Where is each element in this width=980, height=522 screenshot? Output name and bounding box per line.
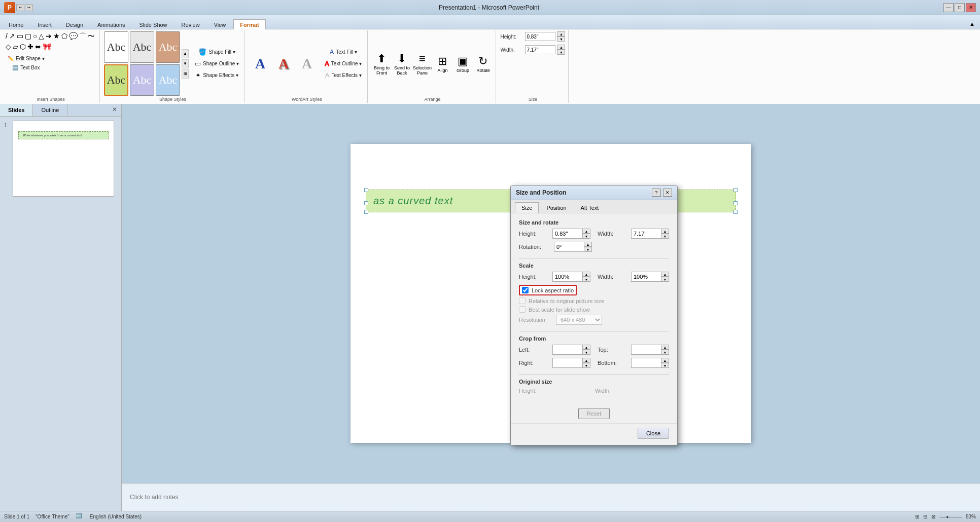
scale-width-spin-up[interactable]: ▲ <box>661 272 669 277</box>
spell-check-icon[interactable]: 🔤 <box>76 513 84 521</box>
dialog-height-input[interactable] <box>552 229 583 239</box>
dialog-help-btn[interactable]: ? <box>652 189 661 197</box>
shape-icon-callout[interactable]: 💬 <box>68 31 78 42</box>
sidebar-outline-tab[interactable]: Outline <box>33 104 67 116</box>
edit-shape-btn[interactable]: ✏️ Edit Shape ▾ <box>5 54 47 63</box>
text-outline-btn[interactable]: A Text Outline ▾ <box>322 58 364 69</box>
wordart-style-3[interactable]: A <box>296 49 318 79</box>
close-btn[interactable]: ✕ <box>966 3 976 12</box>
text-effects-btn[interactable]: A Text Effects ▾ <box>322 70 364 81</box>
view-slide-sorter-icon[interactable]: ⊟ <box>923 514 927 519</box>
crop-right-spin-down[interactable]: ▼ <box>582 363 590 368</box>
sidebar-close-btn[interactable]: ✕ <box>108 104 121 116</box>
send-to-back-btn[interactable]: ⬇ Send toBack <box>392 51 411 77</box>
shape-icon-ribbon[interactable]: 🎀 <box>42 42 52 51</box>
reset-btn[interactable]: Reset <box>578 408 610 419</box>
crop-right-input[interactable] <box>552 358 583 368</box>
tab-view[interactable]: View <box>207 19 233 29</box>
crop-top-input[interactable] <box>631 345 661 355</box>
tab-review[interactable]: Review <box>175 19 206 29</box>
shape-icon-doublearrow[interactable]: ⬌ <box>34 42 42 51</box>
crop-bottom-spin-up[interactable]: ▲ <box>661 358 669 363</box>
crop-left-input[interactable] <box>552 345 583 355</box>
width-spin-up[interactable]: ▲ <box>557 45 565 50</box>
shape-style-4[interactable]: Abc <box>104 64 128 96</box>
text-fill-btn[interactable]: A Text Fill ▾ <box>322 47 364 57</box>
shape-style-3[interactable]: Abc <box>156 31 180 63</box>
crop-top-spin-down[interactable]: ▼ <box>661 350 669 355</box>
dialog-width-spin-down[interactable]: ▼ <box>661 234 669 239</box>
shape-icon-star[interactable]: ★ <box>53 31 60 42</box>
shape-icon-parallelogram[interactable]: ▱ <box>12 42 19 51</box>
scale-height-input[interactable] <box>552 272 583 282</box>
tab-home[interactable]: Home <box>2 19 30 29</box>
shape-styles-scroll-down[interactable]: ▼ <box>182 59 189 68</box>
shape-fill-btn[interactable]: 🪣 Shape Fill ▾ <box>192 47 241 57</box>
shape-icon-hexagon[interactable]: ⬡ <box>19 42 26 51</box>
shape-icon-rounded-rect[interactable]: ▢ <box>24 31 32 42</box>
shape-style-1[interactable]: Abc <box>104 31 128 63</box>
dialog-rotation-spin-up[interactable]: ▲ <box>584 242 592 247</box>
dialog-rotation-spin-down[interactable]: ▼ <box>584 247 592 252</box>
height-spin-up[interactable]: ▲ <box>557 31 565 36</box>
height-spin-down[interactable]: ▼ <box>557 36 565 42</box>
maximize-btn[interactable]: □ <box>955 3 965 12</box>
shape-style-5[interactable]: Abc <box>130 64 154 96</box>
handle-bl[interactable] <box>364 210 368 214</box>
best-scale-checkbox[interactable] <box>519 306 526 313</box>
width-input[interactable] <box>525 45 555 54</box>
dialog-width-input[interactable] <box>631 229 661 239</box>
bring-to-front-btn[interactable]: ⬆ Bring toFront <box>372 51 391 77</box>
tab-animations[interactable]: Animations <box>91 19 131 29</box>
shape-icon-rect[interactable]: ▭ <box>16 31 24 42</box>
crop-left-spin-down[interactable]: ▼ <box>582 350 590 355</box>
shape-effects-btn[interactable]: ✦ Shape Effects ▾ <box>192 70 241 81</box>
crop-right-spin-up[interactable]: ▲ <box>582 358 590 363</box>
shape-icon-plus[interactable]: ✚ <box>27 42 34 51</box>
handle-tl[interactable] <box>364 188 368 192</box>
shape-icon-diamond[interactable]: ◇ <box>5 42 12 51</box>
shape-icon-rtarrow[interactable]: ➔ <box>45 31 52 42</box>
shape-icon-freeform[interactable]: 〜 <box>87 31 95 42</box>
sidebar-slides-tab[interactable]: Slides <box>0 104 33 116</box>
dialog-height-spin-up[interactable]: ▲ <box>582 229 590 234</box>
rotate-btn[interactable]: ↻ Rotate <box>473 53 493 74</box>
slide-thumbnail[interactable]: Write whatever you wish to as a curved t… <box>13 121 114 197</box>
resolution-select[interactable]: 640 x 480 1024 x 768 1280 x 1024 <box>556 315 602 325</box>
crop-bottom-input[interactable] <box>631 358 661 368</box>
align-btn[interactable]: ⊞ Align <box>433 53 452 74</box>
crop-top-spin-up[interactable]: ▲ <box>661 345 669 350</box>
zoom-slider[interactable]: ──●──── <box>939 514 962 519</box>
dialog-tab-alt-text[interactable]: Alt Text <box>574 202 606 213</box>
width-spin-down[interactable]: ▼ <box>557 50 565 55</box>
view-normal-icon[interactable]: ⊞ <box>915 514 919 519</box>
close-dialog-btn[interactable]: Close <box>638 428 669 439</box>
tab-format[interactable]: Format <box>233 19 265 29</box>
wordart-style-1[interactable]: A <box>249 49 271 79</box>
tab-insert[interactable]: Insert <box>31 19 58 29</box>
scale-height-spin-down[interactable]: ▼ <box>582 277 590 282</box>
slide-canvas[interactable]: as a curved text Size and Position ? ✕ S… <box>122 104 980 483</box>
lock-aspect-checkbox[interactable] <box>522 287 529 293</box>
tab-slideshow[interactable]: Slide Show <box>133 19 174 29</box>
wordart-style-2[interactable]: A <box>272 49 295 79</box>
scale-width-input[interactable] <box>631 272 661 282</box>
scale-height-spin-up[interactable]: ▲ <box>582 272 590 277</box>
shape-icon-pentagon[interactable]: ⬠ <box>61 31 68 42</box>
crop-bottom-spin-down[interactable]: ▼ <box>661 363 669 368</box>
dialog-close-x-btn[interactable]: ✕ <box>663 189 672 197</box>
handle-mr[interactable] <box>733 201 738 205</box>
minimize-btn[interactable]: — <box>943 3 954 12</box>
dialog-tab-position[interactable]: Position <box>540 202 573 213</box>
dialog-width-spin-up[interactable]: ▲ <box>661 229 669 234</box>
tab-design[interactable]: Design <box>59 19 90 29</box>
ribbon-collapse-btn[interactable]: ▲ <box>966 19 978 29</box>
handle-tr[interactable] <box>733 188 738 192</box>
shape-icon-curve[interactable]: ⌒ <box>79 31 87 42</box>
shape-outline-btn[interactable]: ▭ Shape Outline ▾ <box>192 58 241 69</box>
shape-style-2[interactable]: Abc <box>130 31 154 63</box>
selection-pane-btn[interactable]: ≡ SelectionPane <box>412 51 432 77</box>
shape-style-6[interactable]: Abc <box>156 64 180 96</box>
handle-ml[interactable] <box>364 201 368 205</box>
shape-icon-arrow[interactable]: ↗ <box>9 31 16 42</box>
